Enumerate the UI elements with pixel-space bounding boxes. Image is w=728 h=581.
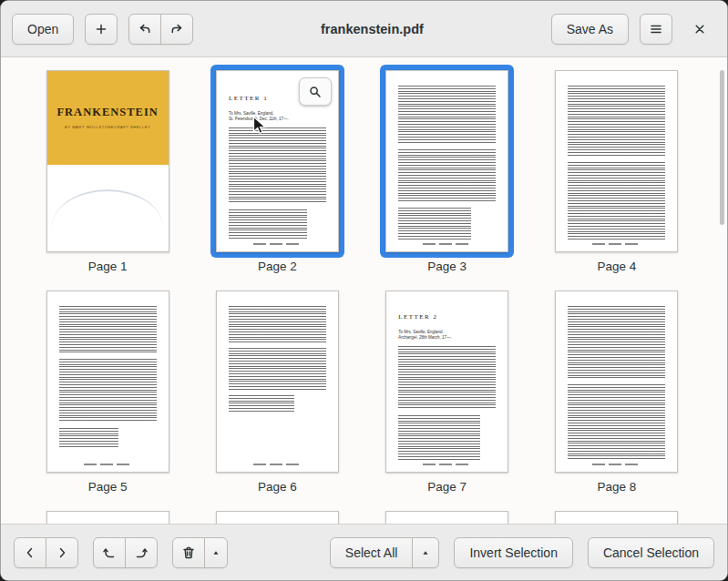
rotate-group: [93, 537, 158, 568]
delete-options-button[interactable]: [204, 537, 228, 568]
page-cell-12[interactable]: [549, 505, 683, 524]
letter-heading: Letter 2: [398, 313, 496, 321]
greeked-text: [398, 149, 496, 202]
select-all-menu-button[interactable]: [412, 537, 439, 568]
page-footer: [253, 464, 302, 465]
add-pages-button[interactable]: [85, 14, 118, 45]
redo-icon: [169, 22, 184, 36]
page-label: Page 2: [258, 260, 297, 276]
greeked-text: [59, 306, 157, 353]
rotate-left-button[interactable]: [93, 537, 126, 568]
chevron-right-icon: [55, 545, 69, 560]
bottom-action-bar: Select All Invert Selection Cancel Selec…: [1, 524, 727, 580]
vertical-scrollbar[interactable]: [720, 70, 724, 225]
page-cell-7[interactable]: Letter 2 To Mrs. Saville, England. Archa…: [380, 285, 514, 496]
page-cell-1[interactable]: Frankenstein By Mary Wollstonecraft Shel…: [41, 65, 175, 276]
app-window: Open: [0, 0, 728, 581]
page-label: Page 4: [597, 260, 636, 276]
close-window-button[interactable]: [683, 14, 716, 45]
greeked-text: [229, 209, 307, 240]
page-cell-8[interactable]: Page 8: [549, 285, 683, 496]
magnifier-icon: [308, 85, 323, 99]
redo-button[interactable]: [160, 14, 193, 45]
page-cell-3[interactable]: Page 3: [380, 65, 514, 276]
page-footer: [592, 243, 641, 245]
page-preview-6: [216, 290, 339, 473]
page-preview-11: [385, 511, 508, 524]
greeked-text: [229, 348, 326, 390]
triangle-up-icon: [420, 547, 431, 558]
rotate-left-icon: [102, 545, 117, 560]
close-icon: [692, 22, 707, 36]
greeked-text: [229, 395, 294, 413]
page-label: Page 7: [427, 480, 467, 496]
page-thumbnail-8[interactable]: [549, 285, 683, 478]
bridge-arch-graphic: [52, 189, 163, 237]
page-footer: [84, 464, 132, 465]
page-thumbnail-10[interactable]: [210, 505, 344, 524]
page-cell-11[interactable]: [380, 505, 514, 524]
header-bar: Open: [1, 1, 727, 57]
next-button[interactable]: [46, 537, 78, 568]
page-cell-4[interactable]: Page 4: [549, 65, 683, 276]
page-footer: [253, 243, 302, 245]
page-footer: [423, 464, 471, 465]
page-thumbnail-12[interactable]: [549, 505, 683, 524]
delete-group: [172, 537, 228, 568]
greeked-text: [568, 384, 665, 461]
cover-banner: Frankenstein By Mary Wollstonecraft Shel…: [47, 71, 169, 165]
page-thumbnail-3[interactable]: [380, 65, 514, 258]
plus-icon: [94, 22, 108, 36]
page-preview-4: [555, 70, 678, 252]
letter-dateline: Archangel, 28th March, 17—.: [398, 335, 496, 341]
page-label: Page 3: [427, 260, 467, 276]
hamburger-menu-icon: [649, 22, 663, 36]
main-menu-button[interactable]: [640, 14, 672, 45]
page-grid: Frankenstein By Mary Wollstonecraft Shel…: [1, 57, 727, 524]
undo-redo-group: [128, 14, 193, 45]
page-thumbnail-6[interactable]: [210, 285, 344, 478]
select-all-split-button: Select All: [330, 537, 440, 568]
greeked-text: [229, 306, 326, 342]
greeked-text: [568, 86, 665, 157]
undo-icon: [138, 22, 152, 36]
page-thumbnail-5[interactable]: [41, 285, 175, 478]
greeked-text: [398, 208, 471, 240]
zoom-page-button[interactable]: [299, 77, 332, 106]
page-grid-area: Frankenstein By Mary Wollstonecraft Shel…: [1, 57, 727, 524]
cover-subtitle: By Mary Wollstonecraft Shelley: [65, 125, 150, 129]
page-cell-10[interactable]: [210, 505, 344, 524]
page-thumbnail-4[interactable]: [549, 65, 683, 258]
page-label: Page 6: [258, 480, 297, 496]
page-cell-9[interactable]: [41, 505, 175, 524]
page-cell-6[interactable]: Page 6: [210, 285, 344, 496]
save-as-button[interactable]: Save As: [551, 14, 629, 45]
rotate-right-button[interactable]: [125, 537, 158, 568]
page-thumbnail-11[interactable]: [380, 505, 514, 524]
page-thumbnail-7[interactable]: Letter 2 To Mrs. Saville, England. Archa…: [380, 285, 514, 478]
letter-dateline: St. Petersburgh, Dec. 11th, 17—.: [229, 117, 326, 122]
window-title: frankenstein.pdf: [204, 22, 539, 36]
page-preview-5: [46, 290, 169, 473]
trash-icon: [181, 545, 196, 560]
delete-pages-button[interactable]: [172, 537, 205, 568]
open-button[interactable]: Open: [12, 14, 74, 45]
rotate-right-icon: [134, 545, 149, 560]
cancel-selection-button[interactable]: Cancel Selection: [588, 537, 714, 568]
page-thumbnail-1[interactable]: Frankenstein By Mary Wollstonecraft Shel…: [41, 65, 175, 258]
undo-button[interactable]: [128, 14, 161, 45]
select-all-button[interactable]: Select All: [330, 537, 414, 568]
page-thumbnail-9[interactable]: [41, 505, 175, 524]
page-cell-2[interactable]: Letter 1 To Mrs. Saville, England. St. P…: [210, 65, 344, 276]
page-preview-10: [216, 511, 339, 524]
page-preview-9: [46, 511, 169, 524]
page-label: Page 5: [88, 480, 128, 496]
header-right: Save As: [551, 14, 716, 45]
greeked-text: [229, 127, 326, 204]
page-cell-5[interactable]: Page 5: [41, 285, 175, 496]
page-thumbnail-2[interactable]: Letter 1 To Mrs. Saville, England. St. P…: [210, 65, 344, 258]
invert-selection-button[interactable]: Invert Selection: [454, 537, 573, 568]
chevron-left-icon: [23, 545, 37, 560]
previous-button[interactable]: [14, 537, 46, 568]
page-preview-7: Letter 2 To Mrs. Saville, England. Archa…: [385, 290, 508, 473]
